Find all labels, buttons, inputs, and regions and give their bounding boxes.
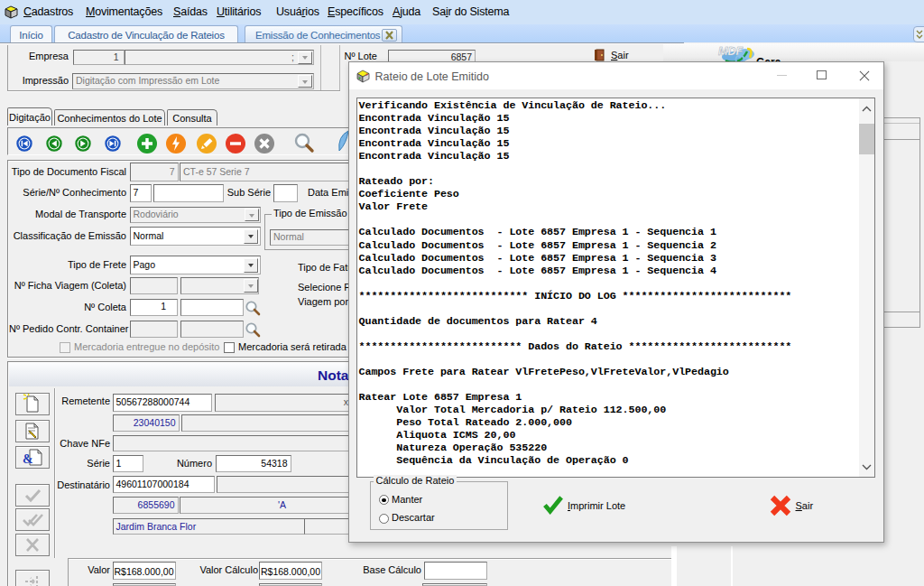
svg-text:MDF: MDF: [718, 45, 743, 58]
